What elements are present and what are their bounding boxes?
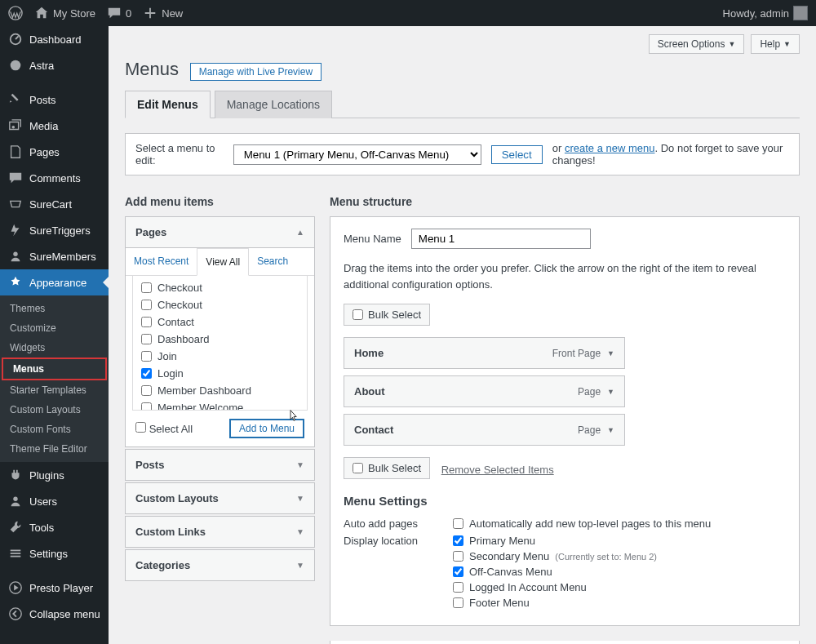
howdy-account[interactable]: Howdy, admin bbox=[723, 6, 808, 20]
svg-point-10 bbox=[10, 608, 21, 620]
accordion-custom-layouts-header[interactable]: Custom Layouts▼ bbox=[126, 483, 314, 513]
nav-appearance[interactable]: Appearance bbox=[0, 269, 109, 295]
display-location-label: Display location bbox=[344, 535, 433, 609]
chevron-down-icon: ▼ bbox=[296, 494, 304, 503]
nav-dashboard[interactable]: Dashboard bbox=[0, 26, 109, 52]
chevron-down-icon: ▼ bbox=[296, 561, 304, 570]
select-all-checkbox[interactable] bbox=[135, 422, 146, 433]
menu-name-input[interactable] bbox=[411, 229, 591, 249]
location-checkbox[interactable]: Logged In Account Menu bbox=[453, 581, 657, 593]
page-checkbox-item[interactable]: Join bbox=[141, 348, 307, 365]
page-checkbox-item[interactable]: Contact bbox=[141, 313, 307, 331]
sub-theme-file-editor[interactable]: Theme File Editor bbox=[0, 439, 109, 459]
nav-suremembers[interactable]: SureMembers bbox=[0, 243, 109, 269]
accordion-pages-header[interactable]: Pages▲ bbox=[126, 217, 314, 248]
sub-widgets[interactable]: Widgets bbox=[0, 338, 109, 358]
remove-selected-link[interactable]: Remove Selected Items bbox=[441, 464, 554, 476]
sub-customize[interactable]: Customize bbox=[0, 318, 109, 338]
nav-collapse[interactable]: Collapse menu bbox=[0, 601, 109, 627]
menu-item[interactable]: HomeFront Page▼ bbox=[344, 337, 625, 369]
chevron-up-icon: ▲ bbox=[296, 228, 304, 237]
svg-rect-8 bbox=[11, 556, 21, 557]
chevron-down-icon: ▼ bbox=[296, 460, 304, 469]
add-to-menu-button[interactable]: Add to Menu bbox=[229, 419, 304, 438]
auto-add-checkbox-label[interactable]: Automatically add new top-level pages to… bbox=[453, 517, 711, 530]
site-home[interactable]: My Store bbox=[34, 6, 95, 20]
page-checkbox-item[interactable]: Checkout bbox=[141, 279, 307, 296]
nav-settings[interactable]: Settings bbox=[0, 540, 109, 566]
menu-structure-heading: Menu structure bbox=[330, 195, 800, 208]
accordion-categories-header[interactable]: Categories▼ bbox=[126, 550, 314, 580]
nav-suretriggers[interactable]: SureTriggers bbox=[0, 217, 109, 243]
location-checkbox[interactable]: Secondary Menu (Currently set to: Menu 2… bbox=[453, 550, 657, 562]
nav-media[interactable]: Media bbox=[0, 113, 109, 139]
menu-select[interactable]: Menu 1 (Primary Menu, Off-Canvas Menu) bbox=[233, 144, 481, 165]
subtab-view-all[interactable]: View All bbox=[197, 248, 249, 276]
nav-comments[interactable]: Comments bbox=[0, 165, 109, 191]
accordion-custom-layouts: Custom Layouts▼ bbox=[125, 482, 315, 514]
chevron-down-icon: ▼ bbox=[296, 527, 304, 536]
svg-point-3 bbox=[12, 126, 16, 129]
chevron-down-icon: ▼ bbox=[783, 40, 791, 48]
sub-menus[interactable]: Menus bbox=[2, 358, 107, 380]
chevron-down-icon: ▼ bbox=[607, 426, 614, 434]
select-button[interactable]: Select bbox=[491, 145, 543, 164]
menu-name-label: Menu Name bbox=[344, 233, 401, 245]
nav-plugins[interactable]: Plugins bbox=[0, 462, 109, 488]
accordion-posts: Posts▼ bbox=[125, 449, 315, 481]
menu-item[interactable]: AboutPage▼ bbox=[344, 375, 625, 407]
accordion-pages: Pages▲ Most Recent View All Search Check… bbox=[125, 216, 315, 447]
nav-posts[interactable]: Posts bbox=[0, 87, 109, 113]
pages-list[interactable]: Checkout Checkout Contact Dashboard Join… bbox=[132, 276, 308, 411]
sub-custom-layouts[interactable]: Custom Layouts bbox=[0, 400, 109, 420]
auto-add-label: Auto add pages bbox=[344, 517, 433, 530]
select-all-label[interactable]: Select All bbox=[135, 422, 193, 435]
select-menu-label: Select a menu to edit: bbox=[135, 142, 224, 167]
comments-bubble[interactable]: 0 bbox=[107, 6, 131, 20]
create-new-menu-link[interactable]: create a new menu bbox=[565, 142, 655, 154]
location-checkbox[interactable]: Primary Menu bbox=[453, 535, 657, 547]
svg-rect-7 bbox=[11, 553, 21, 554]
menu-item[interactable]: ContactPage▼ bbox=[344, 414, 625, 446]
nav-tools[interactable]: Tools bbox=[0, 514, 109, 540]
chevron-down-icon: ▼ bbox=[607, 349, 614, 358]
nav-astra[interactable]: Astra bbox=[0, 52, 109, 78]
subtab-most-recent[interactable]: Most Recent bbox=[126, 248, 197, 275]
page-checkbox-item[interactable]: Member Welcome bbox=[141, 399, 307, 411]
site-name: My Store bbox=[53, 7, 95, 20]
page-checkbox-item[interactable]: Dashboard bbox=[141, 331, 307, 348]
page-checkbox-item[interactable]: Login bbox=[141, 365, 307, 382]
chevron-down-icon: ▼ bbox=[728, 40, 735, 48]
tab-edit-menus[interactable]: Edit Menus bbox=[125, 91, 211, 118]
screen-options-button[interactable]: Screen Options ▼ bbox=[649, 34, 745, 54]
page-checkbox-item[interactable]: Checkout bbox=[141, 296, 307, 313]
subtab-search[interactable]: Search bbox=[249, 248, 296, 275]
new-content[interactable]: New bbox=[143, 6, 183, 20]
sub-custom-fonts[interactable]: Custom Fonts bbox=[0, 420, 109, 439]
add-items-heading: Add menu items bbox=[125, 195, 315, 208]
page-checkbox-item[interactable]: Member Dashboard bbox=[141, 382, 307, 399]
nav-pages[interactable]: Pages bbox=[0, 139, 109, 165]
avatar bbox=[793, 6, 808, 20]
accordion-custom-links: Custom Links▼ bbox=[125, 516, 315, 548]
sub-starter-templates[interactable]: Starter Templates bbox=[0, 380, 109, 400]
accordion-custom-links-header[interactable]: Custom Links▼ bbox=[126, 517, 314, 547]
svg-point-2 bbox=[11, 60, 21, 71]
bulk-select-bottom[interactable]: Bulk Select bbox=[344, 457, 430, 479]
accordion-posts-header[interactable]: Posts▼ bbox=[126, 450, 314, 480]
tab-manage-locations[interactable]: Manage Locations bbox=[215, 91, 332, 118]
nav-users[interactable]: Users bbox=[0, 488, 109, 514]
wp-logo[interactable] bbox=[8, 6, 23, 20]
nav-presto-player[interactable]: Presto Player bbox=[0, 575, 109, 601]
svg-point-5 bbox=[13, 497, 17, 501]
bulk-select-top[interactable]: Bulk Select bbox=[344, 304, 430, 326]
chevron-down-icon: ▼ bbox=[607, 388, 614, 396]
nav-surecart[interactable]: SureCart bbox=[0, 191, 109, 217]
location-checkbox[interactable]: Footer Menu bbox=[453, 597, 657, 609]
sub-themes[interactable]: Themes bbox=[0, 299, 109, 318]
admin-sidebar: Dashboard Astra Posts Media Pages Commen… bbox=[0, 26, 109, 644]
location-checkbox[interactable]: Off-Canvas Menu bbox=[453, 566, 657, 578]
manage-live-preview-button[interactable]: Manage with Live Preview bbox=[190, 63, 322, 81]
help-button[interactable]: Help ▼ bbox=[751, 34, 800, 54]
menu-settings-heading: Menu Settings bbox=[344, 494, 786, 508]
